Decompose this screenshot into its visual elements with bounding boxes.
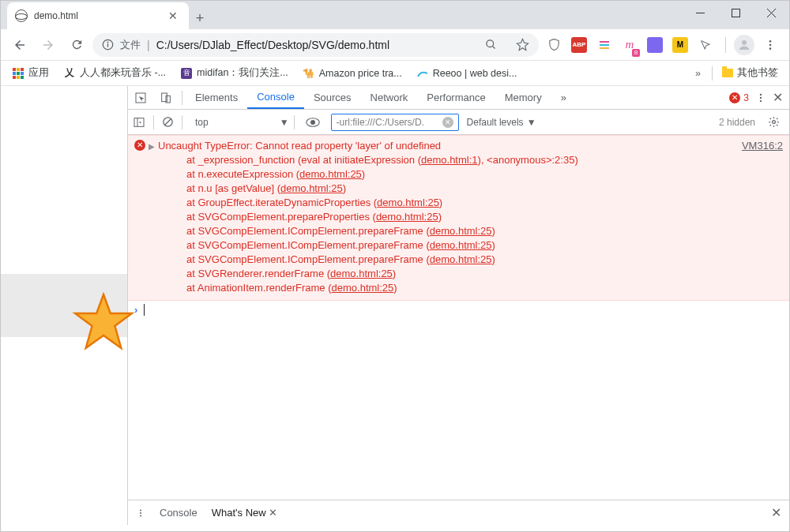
error-text: Uncaught TypeError: Cannot read property… <box>152 139 783 153</box>
apps-bookmark[interactable]: 应用 <box>7 64 54 82</box>
devtools-panel: Elements Console Sources Network Perform… <box>127 86 789 525</box>
back-button[interactable] <box>7 32 32 58</box>
svg-rect-22 <box>13 76 16 79</box>
stack-source-link[interactable]: demo.html:1 <box>421 154 478 166</box>
drawer-tab-whatsnew[interactable]: What's New ✕ <box>212 507 278 519</box>
profile-avatar[interactable] <box>734 35 754 55</box>
context-select[interactable]: top ▼ <box>190 115 295 129</box>
tabs-overflow-button[interactable]: » <box>551 86 576 109</box>
sidebar-toggle-icon[interactable] <box>133 116 145 129</box>
stack-source-link[interactable]: demo.html:25 <box>330 268 393 279</box>
stack-source-link[interactable]: demo.html:25 <box>377 197 439 208</box>
stack-source-link[interactable]: demo.html:25 <box>430 239 492 251</box>
log-levels-select[interactable]: Default levels ▼ <box>462 117 541 128</box>
error-source-link[interactable]: VM316:2 <box>742 139 783 153</box>
devtools-drawer: Console What's New ✕ ✕ <box>128 500 789 525</box>
stack-source-link[interactable]: demo.html:25 <box>430 225 492 237</box>
live-expression-button[interactable] <box>306 117 320 128</box>
console-output: ✕ ▶ VM316:2 Uncaught TypeError: Cannot r… <box>128 135 789 500</box>
apps-label: 应用 <box>28 66 49 80</box>
console-filter-input[interactable]: -url:file:///C:/Users/D. ✕ <box>331 114 459 131</box>
svg-rect-1 <box>732 9 740 17</box>
stack-line: at SVGCompElement.ICompElement.prepareFr… <box>186 253 783 267</box>
tab-sources[interactable]: Sources <box>304 86 361 109</box>
expand-caret-icon[interactable]: ▶ <box>149 140 155 154</box>
menu-button[interactable] <box>758 32 783 58</box>
stack-source-link[interactable]: demo.html:25 <box>376 211 438 223</box>
bookmark-favicon: 音 <box>180 67 193 80</box>
svg-rect-20 <box>17 72 20 75</box>
tab-performance[interactable]: Performance <box>417 86 495 109</box>
drawer-tab-console[interactable]: Console <box>160 507 198 519</box>
tab-elements[interactable]: Elements <box>186 86 247 109</box>
new-tab-button[interactable]: + <box>189 7 211 29</box>
abp-ext-icon[interactable]: ABP <box>567 33 591 57</box>
info-icon <box>102 39 114 51</box>
tab-memory[interactable]: Memory <box>495 86 551 109</box>
svg-point-14 <box>769 43 772 46</box>
tab-console[interactable]: Console <box>247 86 304 109</box>
forward-button[interactable] <box>36 32 61 58</box>
stack-source-link[interactable]: demo.html:25 <box>280 182 343 194</box>
extension-icons: ABP m8 M <box>542 33 717 57</box>
stack-line: at SVGCompElement.ICompElement.prepareFr… <box>186 238 783 253</box>
svg-marker-25 <box>75 294 132 348</box>
stack-line: at n.executeExpression (demo.html:25) <box>186 167 783 182</box>
address-bar[interactable]: 文件 | C:/Users/DJlab_Effect/Desktop/SVG/d… <box>92 33 539 57</box>
minimize-button[interactable] <box>683 1 718 24</box>
url-scheme-label: 文件 <box>120 38 141 52</box>
globe-icon <box>15 9 28 22</box>
clear-console-button[interactable] <box>162 116 174 128</box>
bookmark-item[interactable]: 🐪Amazon price tra... <box>298 65 407 82</box>
reload-button[interactable] <box>64 32 89 58</box>
error-count-badge[interactable]: ✕3 <box>729 92 749 103</box>
other-bookmarks-button[interactable]: 其他书签 <box>717 64 783 82</box>
apps-icon <box>12 67 24 80</box>
device-icon[interactable] <box>153 92 179 104</box>
devtools-tabs: Elements Console Sources Network Perform… <box>128 86 789 110</box>
browser-tab[interactable]: demo.html ✕ <box>7 2 189 29</box>
inspect-icon[interactable] <box>128 92 153 104</box>
svg-point-15 <box>769 47 772 50</box>
window-controls <box>683 1 789 24</box>
console-settings-button[interactable] <box>763 116 784 128</box>
bookmark-item[interactable]: 乂人人都来玩音乐 -... <box>58 64 171 82</box>
close-drawer-button[interactable]: ✕ <box>771 505 781 520</box>
console-error-message[interactable]: ✕ ▶ VM316:2 Uncaught TypeError: Cannot r… <box>128 135 789 301</box>
stack-source-link[interactable]: demo.html:25 <box>332 282 394 294</box>
close-tab-button[interactable]: ✕ <box>165 9 181 22</box>
bookmark-overflow-button[interactable]: » <box>689 68 707 79</box>
cursor-ext-icon[interactable] <box>694 33 717 57</box>
console-prompt[interactable]: › <box>128 301 789 319</box>
svg-line-35 <box>165 119 171 126</box>
stack-source-link[interactable]: demo.html:25 <box>299 168 362 180</box>
reeoo-icon <box>416 67 429 80</box>
close-window-button[interactable] <box>754 1 789 24</box>
svg-rect-17 <box>17 68 20 71</box>
svg-point-12 <box>742 40 747 45</box>
clear-filter-button[interactable]: ✕ <box>442 117 453 128</box>
stack-trace: at _expression_function (eval at initiat… <box>152 153 783 295</box>
bookmark-item[interactable]: Reeoo | web desi... <box>412 65 522 82</box>
camel-icon: 🐪 <box>303 67 315 80</box>
star-icon[interactable] <box>516 38 529 51</box>
close-devtools-button[interactable]: ✕ <box>773 90 783 105</box>
maximize-button[interactable] <box>718 1 754 24</box>
lines-ext-icon[interactable] <box>592 33 616 57</box>
devtools-menu-button[interactable] <box>755 92 766 103</box>
svg-point-29 <box>760 93 762 95</box>
tab-network[interactable]: Network <box>361 86 418 109</box>
stack-line: at SVGRenderer.renderFrame (demo.html:25… <box>186 267 783 281</box>
drawer-menu-button[interactable] <box>136 508 145 518</box>
bookmark-item[interactable]: 音midifan：我们关注... <box>175 64 293 82</box>
m8-ext-icon[interactable]: m8 <box>618 33 641 57</box>
svg-rect-18 <box>21 68 24 71</box>
m-ext-icon[interactable]: M <box>668 33 692 57</box>
purple-ext-icon[interactable] <box>643 33 667 57</box>
search-icon[interactable] <box>485 39 497 51</box>
shield-icon[interactable] <box>542 33 566 57</box>
close-tab-icon[interactable]: ✕ <box>269 507 277 519</box>
bookmarks-bar: 应用 乂人人都来玩音乐 -... 音midifan：我们关注... 🐪Amazo… <box>1 61 789 86</box>
stack-source-link[interactable]: demo.html:25 <box>430 253 492 265</box>
svg-point-13 <box>769 40 772 43</box>
